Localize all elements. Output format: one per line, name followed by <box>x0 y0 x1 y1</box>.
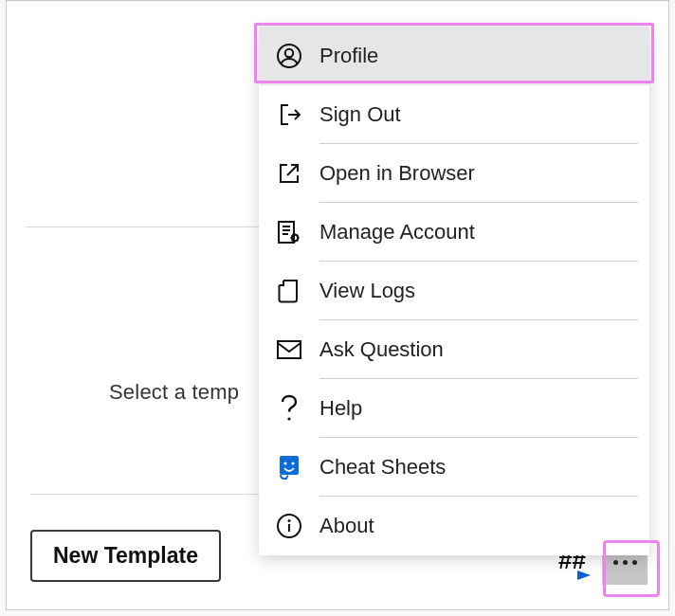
external-link-icon <box>259 161 319 186</box>
sign-out-icon <box>259 101 319 128</box>
menu-item-help[interactable]: Help <box>259 379 649 438</box>
svg-point-15 <box>288 519 291 522</box>
new-template-button[interactable]: New Template <box>30 530 221 582</box>
menu-item-label: Manage Account <box>319 220 649 245</box>
menu-item-sign-out[interactable]: Sign Out <box>259 85 649 144</box>
svg-rect-11 <box>280 456 299 475</box>
mail-icon <box>259 339 319 360</box>
cheat-sheets-icon <box>259 454 319 480</box>
info-icon <box>259 513 319 539</box>
svg-point-12 <box>283 462 286 464</box>
menu-item-label: Cheat Sheets <box>319 455 649 480</box>
menu-item-label: Profile <box>319 44 649 68</box>
svg-rect-9 <box>278 341 301 358</box>
menu-item-open-browser[interactable]: Open in Browser <box>259 144 649 203</box>
logs-icon <box>259 278 319 304</box>
menu-item-ask-question[interactable]: Ask Question <box>259 320 649 379</box>
menu-item-profile[interactable]: Profile <box>259 27 649 85</box>
manage-account-icon <box>259 219 319 245</box>
menu-item-label: Open in Browser <box>319 161 649 186</box>
menu-item-label: Sign Out <box>319 102 649 127</box>
profile-icon <box>259 43 319 69</box>
svg-point-13 <box>291 462 294 464</box>
menu-item-label: About <box>319 514 649 538</box>
svg-point-2 <box>278 45 301 67</box>
svg-point-10 <box>287 417 290 420</box>
overflow-menu: Profile Sign Out Open in Browser <box>259 27 649 555</box>
menu-item-label: Help <box>319 396 649 421</box>
menu-item-label: Ask Question <box>319 337 649 362</box>
svg-point-3 <box>285 49 293 57</box>
menu-item-cheat-sheets[interactable]: Cheat Sheets <box>259 438 649 497</box>
menu-item-view-logs[interactable]: View Logs <box>259 262 649 320</box>
help-icon <box>259 394 319 423</box>
menu-item-about[interactable]: About <box>259 497 649 555</box>
menu-item-manage-account[interactable]: Manage Account <box>259 203 649 262</box>
menu-item-label: View Logs <box>319 279 649 303</box>
ellipsis-icon <box>613 560 637 565</box>
prompt-text: Select a temp <box>109 380 239 405</box>
